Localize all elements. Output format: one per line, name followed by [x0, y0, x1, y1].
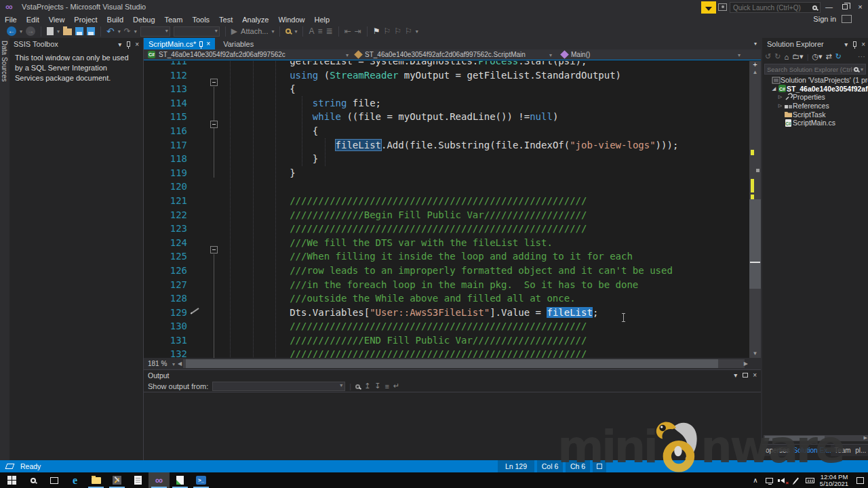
- dropdown-icon[interactable]: ▾: [294, 28, 297, 35]
- code-line-115[interactable]: 115 while ((file = myOutput.ReadLine()) …: [144, 110, 749, 124]
- find-message-icon[interactable]: [355, 382, 360, 390]
- outdent-icon[interactable]: ⇤: [344, 25, 351, 37]
- word-wrap-icon[interactable]: ↵: [393, 382, 399, 390]
- panel-tab-solution-ex-[interactable]: Solution Ex...: [790, 445, 831, 456]
- forward-icon[interactable]: ↻: [774, 52, 781, 61]
- code-line-122[interactable]: 122 /////////////Begin Fill Public Var//…: [144, 208, 749, 222]
- network-icon[interactable]: [762, 472, 776, 488]
- code-line-124[interactable]: 124 ///We fill the DTS var with the file…: [144, 236, 749, 250]
- zoom-level[interactable]: 181 %: [148, 360, 167, 367]
- next-message-icon[interactable]: ↧: [374, 382, 380, 390]
- find-in-files-icon[interactable]: [285, 28, 291, 34]
- clear-bookmarks-icon[interactable]: ⚐: [405, 25, 412, 37]
- next-bookmark-icon[interactable]: ⚐: [394, 25, 401, 37]
- code-editor[interactable]: 111 getFileList = System.Diagnostics.Pro…: [144, 61, 749, 359]
- menu-help[interactable]: Help: [310, 16, 335, 24]
- quick-launch-input[interactable]: [733, 4, 812, 12]
- code-line-131[interactable]: 131 /////////////END Fill Public Var////…: [144, 333, 749, 348]
- data-sources-vertical-tab[interactable]: Data Sources: [1, 41, 8, 82]
- code-line-126[interactable]: 126 ///row leads to an improperly format…: [144, 264, 749, 278]
- panel-tab-team[interactable]: Team: [831, 445, 852, 456]
- save-all-icon[interactable]: [87, 27, 95, 35]
- panel-tab-operties[interactable]: operties: [762, 445, 790, 456]
- taskbar-clock[interactable]: 12:04 PM 5/10/2021: [816, 474, 852, 487]
- pin-icon[interactable]: [199, 41, 203, 47]
- menu-test[interactable]: Test: [214, 16, 237, 24]
- editor-tool-icon[interactable]: ≡: [318, 25, 323, 37]
- pin-icon[interactable]: [127, 41, 130, 47]
- close-icon[interactable]: ×: [135, 41, 139, 48]
- switch-views-icon[interactable]: 🗀▾: [792, 52, 804, 61]
- scrollbar-thumb[interactable]: [749, 199, 761, 289]
- home-icon[interactable]: ⌂: [784, 53, 789, 61]
- menu-edit[interactable]: Edit: [22, 16, 44, 24]
- menu-team[interactable]: Team: [160, 16, 188, 24]
- dropdown-icon[interactable]: ▾: [118, 28, 121, 35]
- solution-explorer-search[interactable]: ▾: [764, 64, 866, 75]
- restore-button[interactable]: [837, 0, 852, 14]
- taskbar-powershell[interactable]: >_: [191, 472, 212, 488]
- pen-icon[interactable]: [789, 472, 803, 488]
- scroll-left-icon[interactable]: ◀: [178, 361, 182, 367]
- collapsed-arrow-icon[interactable]: ▷: [777, 103, 783, 108]
- status-character[interactable]: Ch 6: [566, 460, 590, 472]
- code-line-113[interactable]: 113 {: [144, 82, 749, 96]
- tab-scriptmain[interactable]: ScriptMain.cs* ×: [144, 38, 215, 49]
- dropdown-icon[interactable]: ▾: [416, 28, 418, 35]
- taskbar-document-app[interactable]: [127, 472, 149, 488]
- taskbar-internet-explorer[interactable]: e: [64, 472, 85, 488]
- output-source-dropdown[interactable]: [212, 382, 345, 391]
- volume-muted-icon[interactable]: ×: [776, 472, 789, 488]
- vertical-scrollbar[interactable]: + ▲ ▼: [749, 61, 761, 358]
- zoom-dropdown-icon[interactable]: ▾: [172, 361, 175, 367]
- back-icon[interactable]: ↺: [765, 52, 771, 61]
- code-line-116[interactable]: 116 {: [144, 124, 749, 138]
- scroll-right-icon[interactable]: ▶: [744, 361, 748, 367]
- breadcrumb-project[interactable]: C# ST_46a0e140e3054f92afc2d06af997562c: [148, 51, 285, 58]
- panel-tab-pl-[interactable]: pl...: [852, 445, 868, 456]
- new-file-icon[interactable]: [47, 27, 54, 35]
- start-debug-icon[interactable]: ▶: [231, 25, 237, 37]
- output-header[interactable]: Output ▾ ×: [144, 370, 761, 380]
- sync-with-active-document-icon[interactable]: ⇄: [826, 52, 832, 61]
- code-line-117[interactable]: 117 fileList.Add(file.Substring(file.Ind…: [144, 138, 749, 152]
- minimize-button[interactable]: —: [821, 0, 837, 14]
- float-window-icon[interactable]: [743, 373, 748, 378]
- search-options-icon[interactable]: ▾: [861, 66, 863, 73]
- taskbar-visual-studio[interactable]: ∞: [149, 472, 170, 488]
- tree-item-st-46a0e140e3054f92afc2d06[interactable]: ◢C#ST_46a0e140e3054f92afc2d06: [762, 85, 868, 94]
- fold-collapse-icon[interactable]: [210, 79, 218, 86]
- menu-file[interactable]: File: [0, 16, 22, 24]
- taskbar-task-view[interactable]: [43, 472, 64, 488]
- horizontal-scrollbar[interactable]: 181 % ▾ ◀ ▶: [144, 358, 749, 369]
- taskbar-search[interactable]: [22, 472, 43, 488]
- menu-build[interactable]: Build: [102, 16, 128, 24]
- tree-item-references[interactable]: ▷References: [762, 102, 868, 110]
- menu-project[interactable]: Project: [69, 16, 102, 24]
- pending-changes-filter-icon[interactable]: ◷▾: [812, 52, 822, 61]
- output-content[interactable]: [144, 392, 761, 460]
- code-line-130[interactable]: 130 ////////////////////////////////////…: [144, 319, 749, 333]
- refresh-icon[interactable]: ↻: [835, 52, 842, 61]
- toolbar-combobox[interactable]: [174, 26, 220, 37]
- previous-message-icon[interactable]: ↥: [364, 382, 370, 390]
- close-button[interactable]: ×: [852, 0, 868, 14]
- solution-search-input[interactable]: [767, 66, 854, 73]
- open-file-icon[interactable]: [63, 28, 72, 35]
- text-tool-icon[interactable]: A: [309, 25, 314, 37]
- taskbar-data-tools[interactable]: [106, 472, 127, 488]
- attach-button[interactable]: Attach...: [241, 27, 268, 35]
- editor-tool-icon[interactable]: ≣: [326, 25, 333, 37]
- code-line-118[interactable]: 118 }: [144, 152, 749, 166]
- quick-launch-search[interactable]: [730, 2, 821, 13]
- tray-chevron-up-icon[interactable]: ∧: [749, 472, 762, 488]
- dropdown-icon[interactable]: ▾: [134, 28, 137, 35]
- dropdown-icon[interactable]: ▾: [20, 28, 22, 35]
- clear-all-icon[interactable]: ≡: [385, 382, 389, 390]
- tree-horizontal-scrollbar[interactable]: ▶: [764, 435, 868, 441]
- solution-explorer-header[interactable]: Solution Explorer ▾ ×: [762, 38, 868, 50]
- save-icon[interactable]: [75, 27, 83, 35]
- breadcrumb-type[interactable]: ST_46a0e140e3054f92afc2d06af997562c.Scri…: [355, 51, 526, 58]
- scroll-right-icon[interactable]: ▶: [864, 435, 867, 441]
- indent-icon[interactable]: ⇥: [355, 25, 361, 37]
